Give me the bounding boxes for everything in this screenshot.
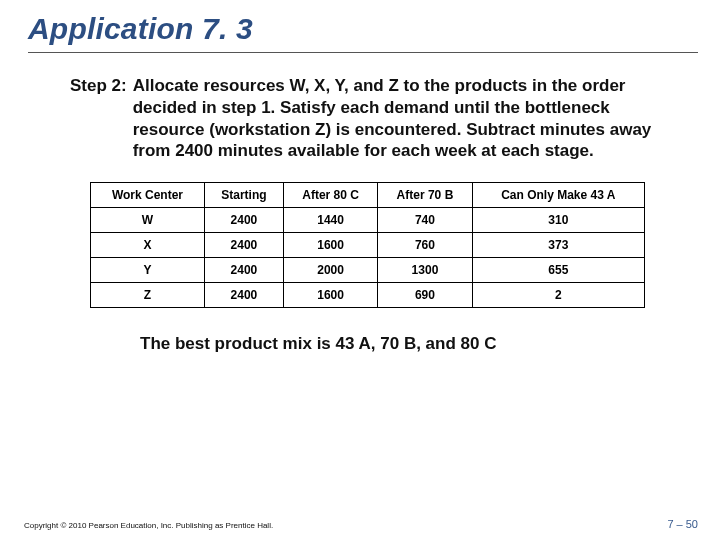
cell: 2 xyxy=(472,283,644,308)
table-row: X 2400 1600 760 373 xyxy=(91,233,645,258)
cell-wc: X xyxy=(91,233,205,258)
col-after80c: After 80 C xyxy=(283,183,377,208)
step-body: Allocate resources W, X, Y, and Z to the… xyxy=(133,75,674,162)
col-make43a: Can Only Make 43 A xyxy=(472,183,644,208)
copyright-text: Copyright © 2010 Pearson Education, Inc.… xyxy=(24,521,273,530)
col-starting: Starting xyxy=(204,183,283,208)
step-row: Step 2: Allocate resources W, X, Y, and … xyxy=(70,75,674,162)
conclusion-text: The best product mix is 43 A, 70 B, and … xyxy=(0,308,720,354)
cell: 2000 xyxy=(283,258,377,283)
step-label: Step 2: xyxy=(70,75,133,162)
cell: 2400 xyxy=(204,283,283,308)
table-row: Y 2400 2000 1300 655 xyxy=(91,258,645,283)
page-number: 7 – 50 xyxy=(667,518,698,530)
col-after70b: After 70 B xyxy=(378,183,472,208)
cell: 373 xyxy=(472,233,644,258)
slide-title: Application 7. 3 xyxy=(0,0,720,52)
cell: 1600 xyxy=(283,233,377,258)
allocation-table: Work Center Starting After 80 C After 70… xyxy=(90,182,645,308)
col-workcenter: Work Center xyxy=(91,183,205,208)
cell: 760 xyxy=(378,233,472,258)
table-row: Z 2400 1600 690 2 xyxy=(91,283,645,308)
cell-wc: Y xyxy=(91,258,205,283)
cell: 1300 xyxy=(378,258,472,283)
cell: 655 xyxy=(472,258,644,283)
table-header-row: Work Center Starting After 80 C After 70… xyxy=(91,183,645,208)
step-block: Step 2: Allocate resources W, X, Y, and … xyxy=(0,53,720,162)
cell: 2400 xyxy=(204,233,283,258)
cell: 1440 xyxy=(283,208,377,233)
slide: Application 7. 3 Step 2: Allocate resour… xyxy=(0,0,720,540)
table-row: W 2400 1440 740 310 xyxy=(91,208,645,233)
cell: 690 xyxy=(378,283,472,308)
cell-wc: W xyxy=(91,208,205,233)
cell-wc: Z xyxy=(91,283,205,308)
cell: 2400 xyxy=(204,208,283,233)
cell: 2400 xyxy=(204,258,283,283)
cell: 310 xyxy=(472,208,644,233)
cell: 1600 xyxy=(283,283,377,308)
cell: 740 xyxy=(378,208,472,233)
